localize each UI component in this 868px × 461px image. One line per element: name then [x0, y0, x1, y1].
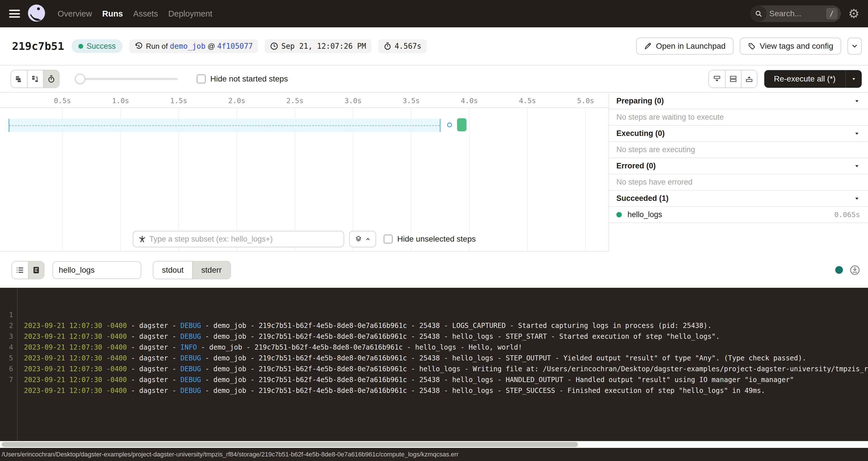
section-caret-icon: [854, 98, 860, 104]
download-log-button[interactable]: [849, 265, 861, 276]
global-search[interactable]: /: [750, 5, 841, 22]
view-tags-config-button[interactable]: View tags and config: [740, 38, 841, 55]
job-name-link[interactable]: demo_job: [170, 42, 206, 51]
reexecute-split-button: Re-execute all (*): [764, 70, 862, 88]
search-input[interactable]: [769, 9, 818, 18]
preparing-empty-state: No steps are waiting to execute: [609, 110, 868, 126]
log-step-filter-field: [53, 261, 141, 279]
top-nav: Overview Runs Assets Deployment / ⚙: [0, 0, 868, 27]
nav-item-assets[interactable]: Assets: [133, 9, 158, 19]
at-symbol: @: [208, 42, 215, 51]
search-icon: [751, 6, 767, 22]
axis-tick: 3.5s: [403, 97, 420, 105]
panel-section-succeeded[interactable]: Succeeded (1): [609, 191, 868, 207]
panel-section-executing[interactable]: Executing (0): [609, 126, 868, 142]
caret-down-icon: [850, 75, 857, 82]
list-icon: [16, 266, 24, 274]
step-success-dot-icon: [616, 212, 622, 217]
axis-tick: 5.0s: [577, 97, 594, 105]
search-shortcut-key: /: [826, 8, 838, 19]
errored-title: Errored (0): [616, 161, 656, 171]
axis-tick: 1.5s: [170, 97, 187, 105]
preparing-title: Preparing (0): [616, 97, 664, 105]
code-version-link[interactable]: 4f105077: [217, 42, 253, 51]
hide-unselected-checkbox[interactable]: [383, 235, 393, 244]
axis-tick: 4.5s: [519, 97, 536, 105]
nav-item-overview[interactable]: Overview: [58, 9, 92, 19]
timed-view-button[interactable]: [43, 70, 59, 88]
succeeded-step-duration: 0.065s: [834, 211, 860, 219]
zoom-slider-knob[interactable]: [75, 74, 85, 84]
flat-view-button[interactable]: [11, 70, 27, 88]
main-nav: Overview Runs Assets Deployment: [58, 9, 212, 19]
gantt-chart: 0.5s 1.0s 1.5s 2.0s 2.5s 3.0s 3.5s 4.0s …: [0, 93, 609, 252]
stderr-tab[interactable]: stderr: [192, 262, 230, 279]
step-subset-row: Hide unselected steps: [133, 231, 476, 247]
run-of-tag: Run of demo_job @ 4f105077: [129, 39, 258, 53]
open-in-launchpad-button[interactable]: Open in Launchpad: [636, 38, 734, 55]
success-dot-icon: [79, 44, 83, 49]
panel-up-icon: [745, 75, 753, 83]
gantt-view-mode-group: [10, 70, 60, 88]
run-actions-dropdown-button[interactable]: [847, 38, 862, 55]
raw-log-viewer: 1 2023-09-21 12:07:30 -0400 - dagster - …: [0, 288, 868, 441]
hamburger-menu-icon[interactable]: [9, 10, 20, 18]
log-toolbar: stdout stderr: [0, 252, 868, 288]
raw-log-view-button[interactable]: [28, 262, 44, 279]
hide-unselected-label[interactable]: Hide unselected steps: [397, 235, 476, 244]
run-header: 219c7b51 Success Run of demo_job @ 4f105…: [0, 27, 868, 65]
gantt-toolbar: Hide not started steps Re-execute all (*…: [0, 65, 868, 93]
log-line: 6 2023-09-21 12:07:30 -0400 - dagster - …: [0, 353, 868, 364]
duration-tag: 4.567s: [378, 39, 427, 53]
structured-log-view-button[interactable]: [12, 262, 28, 279]
step-subset-input[interactable]: [149, 235, 332, 244]
graph-query-options-button[interactable]: [349, 231, 376, 247]
gear-icon[interactable]: ⚙: [848, 7, 860, 20]
gantt-zoom-slider[interactable]: [76, 78, 178, 80]
status-label: Success: [87, 42, 116, 51]
axis-tick: 0.5s: [54, 97, 71, 105]
log-status-dot-icon: [835, 266, 843, 274]
gantt-plot-area: [0, 109, 609, 252]
reexecute-all-button[interactable]: Re-execute all (*): [764, 70, 845, 88]
split-panels-button[interactable]: [725, 70, 741, 88]
split-panels-icon: [729, 75, 738, 83]
dagster-logo[interactable]: [27, 4, 46, 23]
section-caret-icon: [854, 130, 860, 137]
chevron-up-icon: [365, 236, 371, 242]
step-subset-field: [133, 231, 344, 247]
flat-view-icon: [15, 75, 23, 83]
log-step-filter-input[interactable]: [59, 266, 136, 275]
nav-item-deployment[interactable]: Deployment: [168, 9, 212, 19]
open-in-launchpad-label: Open in Launchpad: [656, 41, 725, 51]
axis-tick: 3.0s: [344, 97, 362, 105]
panel-section-errored[interactable]: Errored (0): [609, 158, 868, 174]
document-icon: [32, 266, 40, 274]
clock-icon: [270, 42, 278, 51]
reexecute-options-button[interactable]: [845, 70, 862, 88]
run-gantt-section: 0.5s 1.0s 1.5s 2.0s 2.5s 3.0s 3.5s 4.0s …: [0, 93, 868, 252]
log-line: 5 2023-09-21 12:07:30 -0400 - dagster - …: [0, 342, 868, 353]
hide-not-started-checkbox[interactable]: [197, 74, 206, 84]
waterfall-view-button[interactable]: [27, 70, 43, 88]
scrollbar-thumb[interactable]: [2, 442, 578, 447]
run-id-title: 219c7b51: [12, 40, 64, 53]
succeeded-step-row[interactable]: hello_logs 0.065s: [609, 207, 868, 223]
step-status-panel: Preparing (0) No steps are waiting to ex…: [609, 93, 868, 252]
tag-icon: [748, 42, 756, 50]
axis-tick: 4.0s: [461, 97, 478, 105]
nav-item-runs[interactable]: Runs: [102, 9, 123, 19]
hide-not-started-label[interactable]: Hide not started steps: [210, 74, 288, 84]
executing-empty-state: No steps are executing: [609, 142, 868, 158]
axis-tick: 2.5s: [286, 97, 304, 105]
panel-section-preparing[interactable]: Preparing (0): [609, 93, 868, 110]
stdout-tab[interactable]: stdout: [153, 262, 192, 279]
axis-tick: 1.0s: [112, 97, 129, 105]
pencil-icon: [644, 42, 652, 50]
expand-top-panel-button[interactable]: [741, 70, 757, 88]
gantt-step-bar-hello-logs[interactable]: [457, 118, 466, 131]
expand-bottom-panel-button[interactable]: [709, 70, 725, 88]
waterfall-view-icon: [31, 75, 40, 83]
log-line: 4 2023-09-21 12:07:30 -0400 - dagster - …: [0, 331, 868, 342]
timer-icon: [383, 42, 392, 51]
